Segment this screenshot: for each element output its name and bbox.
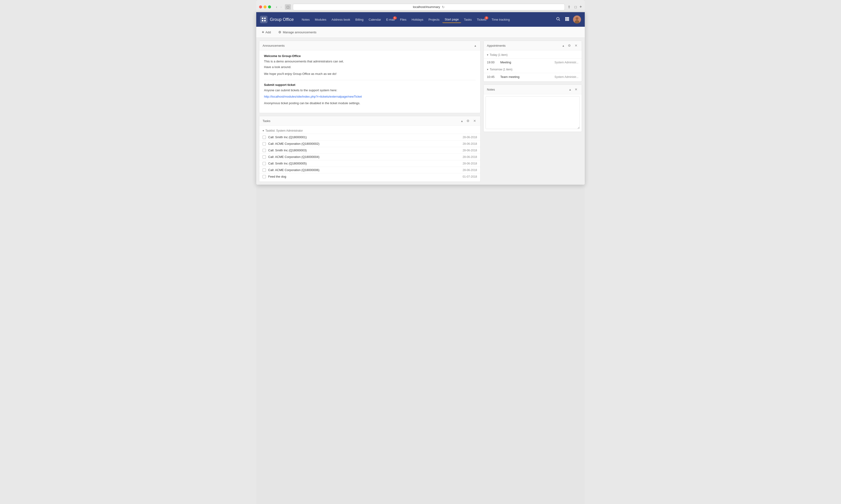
appointment-row: 19:00MeetingSystem Administr... bbox=[484, 58, 582, 66]
app-title: Group Office bbox=[270, 17, 294, 22]
tasklist-chevron: ▾ bbox=[263, 129, 264, 132]
task-checkbox-5[interactable] bbox=[263, 168, 266, 172]
appointment-person: System Administr... bbox=[554, 61, 578, 64]
tasklist-label: Tasklist: System Administrator bbox=[265, 129, 303, 132]
announcement-para-5: Anonymous ticket posting can be disabled… bbox=[264, 101, 476, 106]
notes-title: Notes bbox=[487, 88, 495, 91]
task-checkbox-1[interactable] bbox=[263, 142, 266, 145]
tasks-close-button[interactable]: ✕ bbox=[472, 119, 477, 123]
announcements-title: Announcements bbox=[263, 44, 285, 48]
share-button[interactable]: ⇧ bbox=[567, 4, 572, 10]
notes-widget: Notes ▴ ✕ bbox=[483, 85, 582, 132]
tasks-controls: ▴ ⚙ ✕ bbox=[460, 119, 477, 123]
manage-label: Manage announcements bbox=[283, 31, 316, 34]
task-name: Call: ACME Corporation (Q18000006) bbox=[268, 168, 460, 172]
announcements-controls: ▴ bbox=[473, 43, 477, 48]
nav-item-projects[interactable]: Projects bbox=[426, 16, 442, 23]
nav-item-tickets[interactable]: Tickets3 bbox=[475, 16, 489, 23]
svg-rect-10 bbox=[567, 19, 568, 20]
back-button[interactable]: ‹ bbox=[275, 4, 278, 10]
task-checkbox-2[interactable] bbox=[263, 149, 266, 152]
tasklist-header[interactable]: ▾ Tasklist: System Administrator bbox=[259, 128, 480, 134]
close-traffic-light[interactable] bbox=[259, 5, 262, 8]
notes-textarea[interactable] bbox=[485, 96, 580, 129]
task-row: Call: Smith Inc (Q18000001)28-06-2018 bbox=[259, 134, 480, 140]
nav-item-notes[interactable]: Notes bbox=[300, 16, 312, 23]
svg-rect-0 bbox=[262, 18, 263, 19]
svg-line-5 bbox=[559, 19, 560, 21]
appointments-group-header-0[interactable]: ▾Today (1 item) bbox=[484, 51, 582, 58]
nav-item-address-book[interactable]: Address book bbox=[329, 16, 353, 23]
nav-item-files[interactable]: Files bbox=[398, 16, 409, 23]
appointments-group-chevron-1: ▾ bbox=[487, 68, 488, 71]
task-checkbox-3[interactable] bbox=[263, 155, 266, 159]
svg-rect-11 bbox=[568, 19, 569, 20]
appointment-row: 10:45Team meetingSystem Administr... bbox=[484, 73, 582, 80]
tasks-title: Tasks bbox=[263, 119, 270, 123]
nav-item-billing[interactable]: Billing bbox=[353, 16, 366, 23]
nav-item-start-page[interactable]: Start page bbox=[442, 16, 461, 23]
tasks-settings-button[interactable]: ⚙ bbox=[466, 119, 470, 123]
apps-button[interactable] bbox=[564, 16, 570, 23]
tab-view-button[interactable]: ▢ bbox=[285, 4, 291, 10]
task-row: Call: Smith Inc (Q18000003)28-06-2018 bbox=[259, 147, 480, 154]
nav-item-holidays[interactable]: Holidays bbox=[409, 16, 426, 23]
svg-rect-6 bbox=[565, 17, 567, 18]
appointments-close-button[interactable]: ✕ bbox=[574, 43, 578, 48]
nav-item-calendar[interactable]: Calendar bbox=[366, 16, 383, 23]
manage-announcements-button[interactable]: ⚙ Manage announcements bbox=[276, 29, 318, 35]
appointments-group-label-1: Tomorrow (1 item) bbox=[490, 68, 513, 71]
appointments-settings-button[interactable]: ⚙ bbox=[567, 43, 572, 48]
notes-collapse-button[interactable]: ▴ bbox=[568, 87, 572, 92]
announcements-widget: Announcements ▴ Welcome to Group-Office … bbox=[259, 41, 481, 113]
maximize-traffic-light[interactable] bbox=[268, 5, 271, 8]
right-panel: Appointments ▴ ⚙ ✕ ▾Today (1 item)19:00M… bbox=[483, 41, 582, 182]
task-date: 28-06-2018 bbox=[463, 155, 477, 159]
announcement-link[interactable]: http://localhost/modules/site/index.php?… bbox=[264, 95, 362, 98]
new-tab-button[interactable]: + bbox=[579, 4, 582, 10]
task-checkbox-4[interactable] bbox=[263, 162, 266, 165]
nav-item-tasks[interactable]: Tasks bbox=[462, 16, 474, 23]
avatar-image bbox=[573, 16, 581, 23]
svg-rect-7 bbox=[567, 17, 568, 18]
app-logo[interactable]: Group Office bbox=[260, 16, 294, 23]
appointment-time: 10:45 bbox=[487, 75, 498, 78]
task-name: Call: ACME Corporation (Q18000004) bbox=[268, 155, 460, 159]
add-button[interactable]: + Add bbox=[260, 29, 273, 35]
sidebar-button[interactable]: □ bbox=[573, 4, 577, 10]
reload-button[interactable]: ↻ bbox=[442, 5, 445, 9]
svg-rect-2 bbox=[262, 20, 263, 21]
task-checkbox-6[interactable] bbox=[263, 175, 266, 178]
forward-button[interactable]: › bbox=[279, 4, 283, 10]
appointments-header: Appointments ▴ ⚙ ✕ bbox=[484, 41, 582, 51]
task-row: Call: ACME Corporation (Q18000002)28-06-… bbox=[259, 140, 480, 147]
appointments-title: Appointments bbox=[487, 44, 506, 48]
tasks-content: ▾ Tasklist: System Administrator Call: S… bbox=[259, 126, 480, 182]
nav-item-e-mail[interactable]: E-mail5 bbox=[384, 16, 397, 23]
main-content: Announcements ▴ Welcome to Group-Office … bbox=[256, 38, 585, 185]
nav-item-time-tracking[interactable]: Time tracking bbox=[489, 16, 512, 23]
task-checkbox-0[interactable] bbox=[263, 136, 266, 139]
appointments-controls: ▴ ⚙ ✕ bbox=[561, 43, 578, 48]
avatar[interactable] bbox=[573, 16, 581, 23]
nav-item-modules[interactable]: Modules bbox=[312, 16, 329, 23]
announcement-heading-1: Welcome to Group-Office bbox=[264, 54, 476, 58]
announcement-section-1: Welcome to Group-Office This is a demo a… bbox=[264, 54, 476, 76]
address-bar[interactable]: localhost/#summary ↻ bbox=[293, 4, 565, 10]
appointments-collapse-button[interactable]: ▴ bbox=[561, 43, 565, 48]
notes-close-button[interactable]: ✕ bbox=[574, 87, 578, 92]
minimize-traffic-light[interactable] bbox=[264, 5, 267, 8]
search-button[interactable] bbox=[555, 16, 561, 23]
svg-rect-3 bbox=[264, 20, 266, 21]
announcements-collapse-button[interactable]: ▴ bbox=[473, 43, 477, 48]
task-date: 01-07-2018 bbox=[463, 175, 477, 178]
appointments-group-header-1[interactable]: ▾Tomorrow (1 item) bbox=[484, 66, 582, 73]
svg-point-4 bbox=[557, 17, 559, 20]
svg-point-16 bbox=[576, 17, 578, 20]
appointments-group-label-0: Today (1 item) bbox=[490, 53, 507, 57]
tasks-collapse-button[interactable]: ▴ bbox=[460, 119, 464, 123]
task-row: Call: ACME Corporation (Q18000006)28-06-… bbox=[259, 167, 480, 173]
appointment-name: Team meeting bbox=[500, 75, 552, 78]
task-date: 28-06-2018 bbox=[463, 168, 477, 172]
task-row: Feed the dog01-07-2018 bbox=[259, 173, 480, 180]
